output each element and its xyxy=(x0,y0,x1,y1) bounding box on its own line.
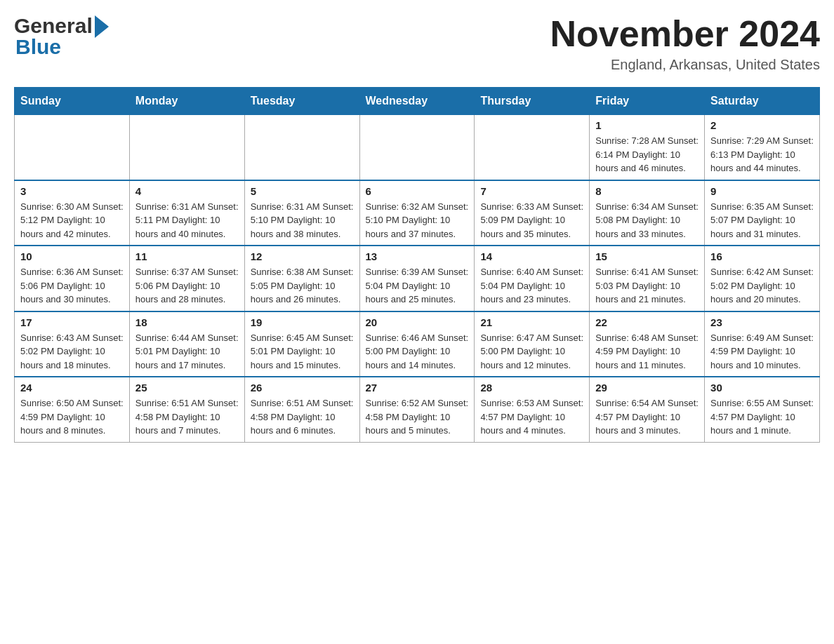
day-number: 12 xyxy=(251,250,354,262)
calendar-cell: 12Sunrise: 6:38 AM Sunset: 5:05 PM Dayli… xyxy=(244,246,359,311)
calendar-cell xyxy=(475,115,590,180)
day-number: 3 xyxy=(20,185,124,197)
day-number: 7 xyxy=(480,185,583,197)
calendar-week-row: 3Sunrise: 6:30 AM Sunset: 5:12 PM Daylig… xyxy=(15,180,820,246)
day-info: Sunrise: 6:34 AM Sunset: 5:08 PM Dayligh… xyxy=(595,200,699,241)
calendar-cell: 9Sunrise: 6:35 AM Sunset: 5:07 PM Daylig… xyxy=(705,180,820,246)
location-text: England, Arkansas, United States xyxy=(550,57,820,73)
day-number: 14 xyxy=(480,250,583,262)
day-info: Sunrise: 6:50 AM Sunset: 4:59 PM Dayligh… xyxy=(20,396,124,438)
day-info: Sunrise: 7:29 AM Sunset: 6:13 PM Dayligh… xyxy=(710,134,814,175)
day-number: 17 xyxy=(20,316,124,328)
day-info: Sunrise: 6:52 AM Sunset: 4:58 PM Dayligh… xyxy=(366,396,469,438)
calendar-header-sunday: Sunday xyxy=(15,88,130,115)
day-info: Sunrise: 7:28 AM Sunset: 6:14 PM Dayligh… xyxy=(595,134,699,175)
calendar-header-wednesday: Wednesday xyxy=(359,88,475,115)
day-info: Sunrise: 6:48 AM Sunset: 4:59 PM Dayligh… xyxy=(595,331,699,373)
day-info: Sunrise: 6:35 AM Sunset: 5:07 PM Dayligh… xyxy=(710,200,814,241)
day-number: 19 xyxy=(251,316,354,328)
calendar-week-row: 24Sunrise: 6:50 AM Sunset: 4:59 PM Dayli… xyxy=(15,377,820,442)
calendar-cell: 7Sunrise: 6:33 AM Sunset: 5:09 PM Daylig… xyxy=(475,180,590,246)
day-info: Sunrise: 6:31 AM Sunset: 5:10 PM Dayligh… xyxy=(251,200,354,241)
day-info: Sunrise: 6:43 AM Sunset: 5:02 PM Dayligh… xyxy=(20,331,124,373)
calendar-cell: 14Sunrise: 6:40 AM Sunset: 5:04 PM Dayli… xyxy=(475,246,590,311)
day-number: 5 xyxy=(251,185,354,197)
calendar-week-row: 17Sunrise: 6:43 AM Sunset: 5:02 PM Dayli… xyxy=(15,311,820,377)
calendar-cell: 18Sunrise: 6:44 AM Sunset: 5:01 PM Dayli… xyxy=(129,311,244,377)
calendar-cell: 16Sunrise: 6:42 AM Sunset: 5:02 PM Dayli… xyxy=(705,246,820,311)
calendar-cell: 20Sunrise: 6:46 AM Sunset: 5:00 PM Dayli… xyxy=(359,311,475,377)
calendar-cell: 11Sunrise: 6:37 AM Sunset: 5:06 PM Dayli… xyxy=(129,246,244,311)
day-info: Sunrise: 6:54 AM Sunset: 4:57 PM Dayligh… xyxy=(595,396,699,438)
logo-general-text: General xyxy=(14,14,93,38)
calendar-cell: 2Sunrise: 7:29 AM Sunset: 6:13 PM Daylig… xyxy=(705,115,820,180)
day-info: Sunrise: 6:40 AM Sunset: 5:04 PM Dayligh… xyxy=(480,265,583,307)
day-number: 27 xyxy=(366,382,469,394)
day-number: 2 xyxy=(710,119,814,131)
calendar-cell: 4Sunrise: 6:31 AM Sunset: 5:11 PM Daylig… xyxy=(129,180,244,246)
day-number: 6 xyxy=(366,185,469,197)
logo-blue-text: Blue xyxy=(14,35,109,59)
calendar-week-row: 1Sunrise: 7:28 AM Sunset: 6:14 PM Daylig… xyxy=(15,115,820,180)
day-info: Sunrise: 6:41 AM Sunset: 5:03 PM Dayligh… xyxy=(595,265,699,307)
calendar-cell: 29Sunrise: 6:54 AM Sunset: 4:57 PM Dayli… xyxy=(590,377,705,442)
calendar-header-friday: Friday xyxy=(590,88,705,115)
day-info: Sunrise: 6:39 AM Sunset: 5:04 PM Dayligh… xyxy=(366,265,469,307)
day-number: 29 xyxy=(595,382,699,394)
calendar-cell: 19Sunrise: 6:45 AM Sunset: 5:01 PM Dayli… xyxy=(244,311,359,377)
calendar-cell: 8Sunrise: 6:34 AM Sunset: 5:08 PM Daylig… xyxy=(590,180,705,246)
day-info: Sunrise: 6:32 AM Sunset: 5:10 PM Dayligh… xyxy=(366,200,469,241)
day-info: Sunrise: 6:42 AM Sunset: 5:02 PM Dayligh… xyxy=(710,265,814,307)
calendar-cell: 25Sunrise: 6:51 AM Sunset: 4:58 PM Dayli… xyxy=(129,377,244,442)
calendar-cell xyxy=(244,115,359,180)
day-number: 15 xyxy=(595,250,699,262)
calendar-cell: 30Sunrise: 6:55 AM Sunset: 4:57 PM Dayli… xyxy=(705,377,820,442)
calendar-week-row: 10Sunrise: 6:36 AM Sunset: 5:06 PM Dayli… xyxy=(15,246,820,311)
calendar-cell: 13Sunrise: 6:39 AM Sunset: 5:04 PM Dayli… xyxy=(359,246,475,311)
day-info: Sunrise: 6:51 AM Sunset: 4:58 PM Dayligh… xyxy=(135,396,239,438)
calendar-cell xyxy=(359,115,475,180)
day-number: 30 xyxy=(710,382,814,394)
calendar-header-thursday: Thursday xyxy=(475,88,590,115)
day-info: Sunrise: 6:33 AM Sunset: 5:09 PM Dayligh… xyxy=(480,200,583,241)
day-number: 21 xyxy=(480,316,583,328)
day-info: Sunrise: 6:46 AM Sunset: 5:00 PM Dayligh… xyxy=(366,331,469,373)
calendar-cell: 6Sunrise: 6:32 AM Sunset: 5:10 PM Daylig… xyxy=(359,180,475,246)
calendar-table: SundayMondayTuesdayWednesdayThursdayFrid… xyxy=(14,87,820,443)
calendar-cell xyxy=(129,115,244,180)
calendar-cell: 17Sunrise: 6:43 AM Sunset: 5:02 PM Dayli… xyxy=(15,311,130,377)
calendar-cell: 10Sunrise: 6:36 AM Sunset: 5:06 PM Dayli… xyxy=(15,246,130,311)
calendar-cell: 23Sunrise: 6:49 AM Sunset: 4:59 PM Dayli… xyxy=(705,311,820,377)
calendar-header-monday: Monday xyxy=(129,88,244,115)
title-area: November 2024 England, Arkansas, United … xyxy=(550,14,820,73)
calendar-header-saturday: Saturday xyxy=(705,88,820,115)
calendar-cell: 21Sunrise: 6:47 AM Sunset: 5:00 PM Dayli… xyxy=(475,311,590,377)
day-info: Sunrise: 6:55 AM Sunset: 4:57 PM Dayligh… xyxy=(710,396,814,438)
month-title: November 2024 xyxy=(550,14,820,54)
calendar-cell: 15Sunrise: 6:41 AM Sunset: 5:03 PM Dayli… xyxy=(590,246,705,311)
day-number: 22 xyxy=(595,316,699,328)
day-number: 10 xyxy=(20,250,124,262)
day-info: Sunrise: 6:31 AM Sunset: 5:11 PM Dayligh… xyxy=(135,200,239,241)
day-number: 28 xyxy=(480,382,583,394)
day-number: 20 xyxy=(366,316,469,328)
day-info: Sunrise: 6:37 AM Sunset: 5:06 PM Dayligh… xyxy=(135,265,239,307)
calendar-cell: 5Sunrise: 6:31 AM Sunset: 5:10 PM Daylig… xyxy=(244,180,359,246)
day-number: 8 xyxy=(595,185,699,197)
day-info: Sunrise: 6:45 AM Sunset: 5:01 PM Dayligh… xyxy=(251,331,354,373)
calendar-cell: 22Sunrise: 6:48 AM Sunset: 4:59 PM Dayli… xyxy=(590,311,705,377)
calendar-cell: 28Sunrise: 6:53 AM Sunset: 4:57 PM Dayli… xyxy=(475,377,590,442)
day-number: 16 xyxy=(710,250,814,262)
calendar-cell: 1Sunrise: 7:28 AM Sunset: 6:14 PM Daylig… xyxy=(590,115,705,180)
day-info: Sunrise: 6:38 AM Sunset: 5:05 PM Dayligh… xyxy=(251,265,354,307)
day-number: 18 xyxy=(135,316,239,328)
day-number: 1 xyxy=(595,119,699,131)
calendar-cell: 26Sunrise: 6:51 AM Sunset: 4:58 PM Dayli… xyxy=(244,377,359,442)
day-number: 26 xyxy=(251,382,354,394)
day-info: Sunrise: 6:30 AM Sunset: 5:12 PM Dayligh… xyxy=(20,200,124,241)
day-number: 24 xyxy=(20,382,124,394)
calendar-cell: 24Sunrise: 6:50 AM Sunset: 4:59 PM Dayli… xyxy=(15,377,130,442)
header: General Blue November 2024 England, Arka… xyxy=(14,14,820,73)
calendar-cell: 3Sunrise: 6:30 AM Sunset: 5:12 PM Daylig… xyxy=(15,180,130,246)
logo: General Blue xyxy=(14,14,109,59)
